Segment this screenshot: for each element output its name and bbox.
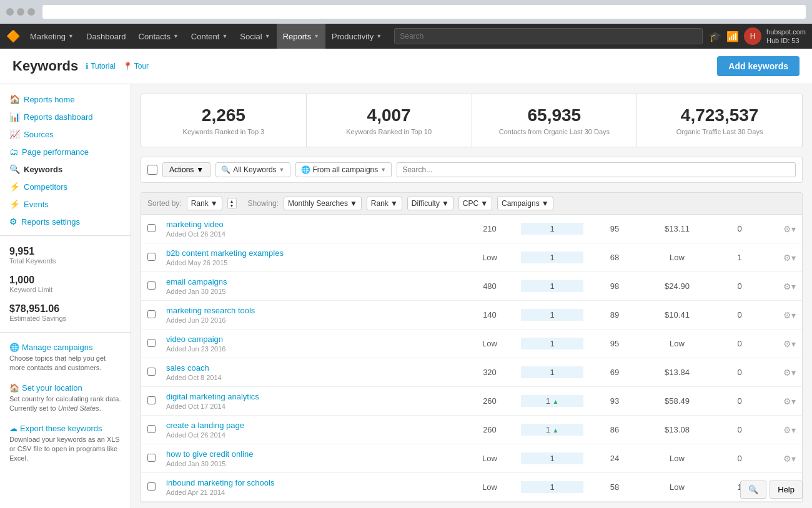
page-header: Keywords ℹ Tutorial 📍 Tour Add keywords [0, 49, 812, 84]
export-keywords-link[interactable]: ☁ Export these keywords [9, 424, 121, 433]
avatar[interactable]: H [744, 27, 761, 45]
nav-social[interactable]: Social ▼ [234, 24, 276, 49]
row-settings-button[interactable]: ⚙▾ [783, 253, 796, 263]
tutorial-link[interactable]: ℹ Tutorial [86, 62, 116, 71]
row-monthly: 140 [458, 310, 521, 320]
row-settings-button[interactable]: ⚙▾ [783, 368, 796, 378]
select-all-checkbox[interactable] [147, 165, 157, 175]
row-checkbox[interactable] [147, 339, 166, 349]
row-difficulty: 95 [583, 339, 646, 348]
row-checkbox[interactable] [147, 310, 166, 320]
table-rows-container: marketing video Added Oct 26 2014 210 1 … [141, 215, 802, 502]
keyword-link[interactable]: video campaign [166, 335, 223, 344]
row-rank: 1 [521, 481, 583, 493]
keyword-link[interactable]: sales coach [166, 363, 209, 373]
sidebar-item-events[interactable]: ⚡ Events [0, 195, 131, 213]
showing-rank-select[interactable]: Rank ▼ [367, 197, 402, 210]
chevron-down-icon: ▼ [222, 33, 227, 39]
row-settings-button[interactable]: ⚙▾ [783, 425, 796, 435]
row-campaigns: 0 [708, 281, 771, 291]
sidebar-divider-1 [0, 235, 131, 236]
campaign-filter[interactable]: 🌐 From all campaigns ▼ [295, 162, 392, 177]
help-button[interactable]: Help [770, 481, 803, 499]
sidebar-item-reports-home[interactable]: 🏠 Reports home [0, 90, 131, 108]
sidebar-item-reports-settings[interactable]: ⚙ Reports settings [0, 213, 131, 230]
keyword-added-date: Added Apr 21 2014 [166, 489, 458, 496]
search-icon: 🔍 [9, 164, 20, 174]
keyword-filter[interactable]: 🔍 All Keywords ▼ [215, 162, 290, 177]
chevron-down-icon: ▼ [210, 199, 218, 208]
nav-marketing[interactable]: Marketing ▼ [24, 24, 80, 49]
gear-icon: ⚙ [9, 217, 17, 227]
keyword-link[interactable]: marketing video [166, 220, 224, 229]
showing-campaigns-select[interactable]: Campaigns ▼ [497, 197, 553, 210]
bolt-icon: ⚡ [9, 182, 20, 192]
row-keyword-cell: sales coach Added Oct 8 2014 [166, 363, 458, 381]
row-settings-button[interactable]: ⚙▾ [783, 281, 796, 291]
keyword-added-date: Added Oct 26 2014 [166, 230, 458, 238]
row-checkbox[interactable] [147, 368, 166, 378]
add-keywords-button[interactable]: Add keywords [717, 56, 800, 76]
row-checkbox[interactable] [147, 482, 166, 492]
row-actions: ⚙▾ [771, 396, 796, 406]
row-actions: ⚙▾ [771, 224, 796, 234]
row-rank: 1 [521, 223, 583, 235]
row-checkbox[interactable] [147, 253, 166, 263]
table-header-controls: Sorted by: Rank ▼ ▲ ▼ Showing: Monthly S… [141, 193, 802, 215]
sidebar-item-competitors[interactable]: ⚡ Competitors [0, 178, 131, 195]
sidebar-item-reports-dashboard[interactable]: 📊 Reports dashboard [0, 108, 131, 125]
row-campaigns: 0 [708, 368, 771, 377]
row-checkbox[interactable] [147, 281, 166, 291]
row-checkbox[interactable] [147, 454, 166, 464]
sidebar-item-page-performance[interactable]: 🗂 Page performance [0, 143, 131, 160]
nav-content[interactable]: Content ▼ [185, 24, 234, 49]
row-difficulty: 86 [583, 425, 646, 434]
browser-dot-red [6, 8, 14, 16]
nav-reports[interactable]: Reports ▼ [277, 24, 325, 49]
keyword-link[interactable]: digital marketing analytics [166, 392, 259, 401]
location-icon: 📍 [123, 62, 132, 71]
row-rank: 1 [521, 338, 583, 349]
row-settings-button[interactable]: ⚙▾ [783, 339, 796, 349]
row-cpc: $58.49 [646, 396, 708, 406]
row-settings-button[interactable]: ⚙▾ [783, 224, 796, 234]
nav-dashboard[interactable]: Dashboard [80, 24, 132, 49]
sort-by-select[interactable]: Rank ▼ [187, 197, 222, 210]
actions-button[interactable]: Actions ▼ [162, 162, 210, 177]
nav-contacts[interactable]: Contacts ▼ [132, 24, 185, 49]
sidebar-item-sources[interactable]: 📈 Sources [0, 125, 131, 143]
row-settings-button[interactable]: ⚙▾ [783, 310, 796, 320]
row-rank: 1 [521, 452, 583, 464]
set-location-link[interactable]: 🏠 Set your location [9, 383, 121, 393]
keyword-link[interactable]: inbound marketing for schools [166, 478, 274, 487]
row-checkbox[interactable] [147, 425, 166, 435]
row-settings-button[interactable]: ⚙▾ [783, 454, 796, 464]
keyword-link[interactable]: b2b content marketing examples [166, 248, 284, 258]
row-monthly: 210 [458, 224, 521, 233]
row-actions: ⚙▾ [771, 368, 796, 378]
row-monthly: Low [458, 454, 521, 463]
nav-search-input[interactable] [394, 28, 703, 44]
row-keyword-cell: marketing video Added Oct 26 2014 [166, 220, 458, 238]
sort-direction-button[interactable]: ▲ ▼ [227, 198, 237, 209]
search-help-button[interactable]: 🔍 [740, 481, 766, 499]
manage-campaigns-link[interactable]: 🌐 Manage campaigns [9, 343, 121, 352]
keyword-added-date: Added Oct 8 2014 [166, 374, 458, 381]
row-checkbox[interactable] [147, 224, 166, 234]
keyword-link[interactable]: create a landing page [166, 421, 244, 430]
showing-cpc-select[interactable]: CPC ▼ [458, 197, 492, 210]
keyword-search-input[interactable] [397, 162, 796, 177]
row-checkbox[interactable] [147, 396, 166, 406]
tour-link[interactable]: 📍 Tour [123, 62, 149, 71]
nav-productivity[interactable]: Productivity ▼ [325, 24, 388, 49]
sidebar-item-keywords[interactable]: 🔍 Keywords [0, 160, 131, 178]
showing-difficulty-select[interactable]: Difficulty ▼ [407, 197, 453, 210]
table-row: sales coach Added Oct 8 2014 320 1 69 $1… [141, 358, 802, 387]
keyword-link[interactable]: email campaigns [166, 277, 227, 286]
row-settings-button[interactable]: ⚙▾ [783, 396, 796, 406]
search-icon: 🔍 [221, 165, 230, 174]
showing-monthly-select[interactable]: Monthly Searches ▼ [284, 197, 362, 210]
keyword-link[interactable]: marketing research tools [166, 306, 255, 315]
browser-address-bar[interactable] [42, 5, 806, 19]
keyword-link[interactable]: how to give credit online [166, 449, 253, 459]
